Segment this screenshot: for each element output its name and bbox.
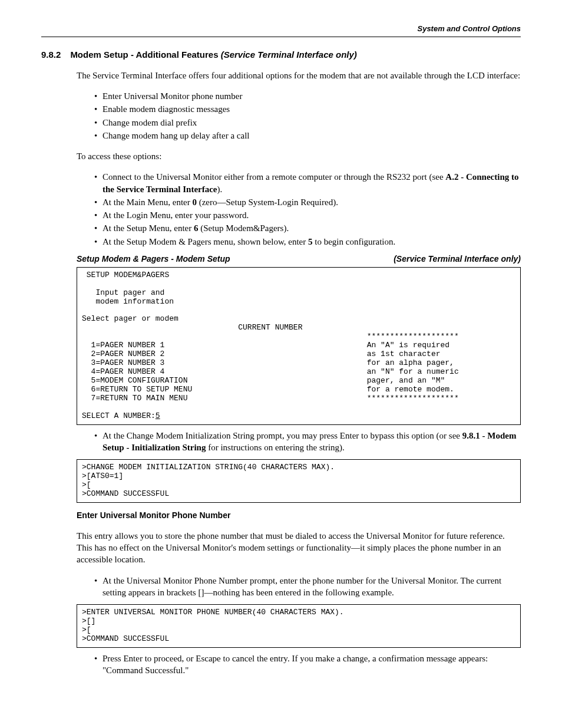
after-terminal-note: At the Change Modem Initialization Strin…: [77, 430, 521, 454]
feature-list: Enter Universal Monitor phone number Ena…: [77, 90, 521, 141]
terminal-input-underlined: 5: [156, 411, 160, 420]
section-number: 9.8.2: [41, 49, 61, 61]
phone-step-list: At the Universal Monitor Phone Number pr…: [77, 575, 521, 599]
list-item: At the Login Menu, enter your password.: [94, 209, 521, 221]
list-item: At the Change Modem Initialization Strin…: [94, 430, 521, 454]
list-item: At the Main Menu, enter 0 (zero—Setup Sy…: [94, 196, 521, 208]
phone-paragraph: This entry allows you to store the phone…: [77, 530, 521, 566]
terminal-text: SETUP MODEM&PAGERS Input pager and modem…: [82, 271, 459, 420]
section-title-plain: Modem Setup - Additional Features: [70, 50, 220, 60]
list-item: At the Universal Monitor Phone Number pr…: [94, 575, 521, 599]
list-item: Change modem hang up delay after a call: [94, 130, 521, 141]
run-in-heading: Enter Universal Monitor Phone Number: [77, 510, 521, 521]
terminal-subheading: Setup Modem & Pagers - Modem Setup (Serv…: [77, 253, 521, 265]
list-item: Enable modem diagnostic messages: [94, 103, 521, 115]
list-item: Press Enter to proceed, or Escape to can…: [94, 653, 521, 677]
list-item: Connect to the Universal Monitor either …: [94, 171, 521, 195]
subhead-right: (Service Terminal Interface only): [394, 253, 521, 265]
list-item: Enter Universal Monitor phone number: [94, 90, 521, 102]
list-item: Change modem dial prefix: [94, 117, 521, 129]
list-item: At the Setup Modem & Pagers menu, shown …: [94, 236, 521, 248]
terminal-block-setup-menu: SETUP MODEM&PAGERS Input pager and modem…: [77, 267, 521, 425]
section-title-italic: (Service Terminal Interface only): [221, 50, 357, 60]
section-heading: 9.8.2 Modem Setup - Additional Features …: [41, 49, 521, 61]
list-item: At the Setup Menu, enter 6 (Setup Modem&…: [94, 222, 521, 234]
subhead-left: Setup Modem & Pagers - Modem Setup: [77, 253, 230, 265]
section-title: Modem Setup - Additional Features (Servi…: [70, 49, 521, 61]
access-steps: Connect to the Universal Monitor either …: [77, 171, 521, 248]
running-header: System and Control Options: [41, 24, 521, 34]
access-lead: To access these options:: [77, 150, 521, 162]
terminal-block-init-string: >CHANGE MODEM INITIALIZATION STRING(40 C…: [77, 459, 521, 503]
header-rule: [41, 37, 521, 37]
intro-paragraph: The Service Terminal Interface offers fo…: [77, 70, 521, 81]
confirm-step-list: Press Enter to proceed, or Escape to can…: [77, 653, 521, 677]
terminal-block-phone: >ENTER UNIVERSAL MONITOR PHONE NUMBER(40…: [77, 604, 521, 648]
